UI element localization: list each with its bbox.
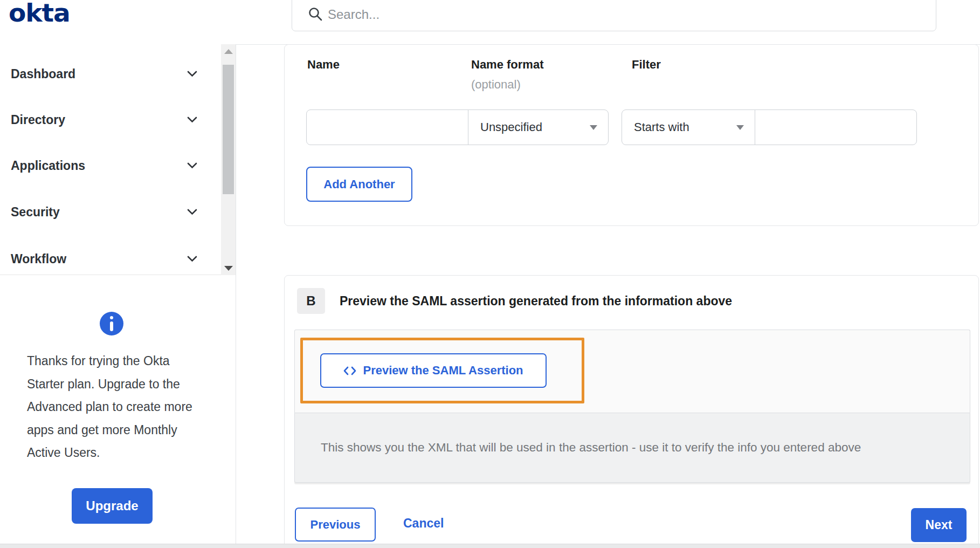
preview-description-area: This shows you the XML that will be used… xyxy=(294,413,970,483)
preview-saml-assertion-button[interactable]: Preview the SAML Assertion xyxy=(320,353,547,388)
sidebar-item-label: Security xyxy=(11,205,60,220)
cancel-link[interactable]: Cancel xyxy=(403,516,444,531)
filter-value-input[interactable] xyxy=(755,110,916,145)
sidebar-item-directory[interactable]: Directory xyxy=(0,107,221,133)
sidebar-item-label: Dashboard xyxy=(11,67,75,81)
sidebar-item-label: Applications xyxy=(11,159,85,173)
sidebar-item-label: Workflow xyxy=(11,252,66,266)
dropdown-caret-icon xyxy=(590,125,597,130)
name-format-value: Unspecified xyxy=(480,120,542,134)
name-format-column-label: Name format xyxy=(471,58,543,72)
global-search[interactable] xyxy=(292,0,936,31)
chevron-down-icon xyxy=(187,209,197,215)
name-format-optional-hint: (optional) xyxy=(471,78,521,92)
upgrade-button[interactable]: Upgrade xyxy=(72,488,153,524)
attribute-name-input[interactable] xyxy=(307,110,468,145)
chevron-down-icon xyxy=(187,162,197,169)
section-b-badge: B xyxy=(297,288,325,314)
name-column-label: Name xyxy=(307,58,340,72)
chevron-down-icon xyxy=(187,256,197,262)
chevron-down-icon xyxy=(187,117,197,123)
okta-admin-page: okta Dashboard Directory Applications Se… xyxy=(0,0,980,548)
filter-value-field[interactable] xyxy=(755,109,917,145)
sidebar-divider xyxy=(236,44,236,544)
filter-type-select[interactable]: Starts with xyxy=(622,109,755,145)
chevron-down-icon xyxy=(187,71,197,77)
preview-description: This shows you the XML that will be used… xyxy=(321,441,861,455)
code-icon xyxy=(343,366,356,375)
okta-logo: okta xyxy=(9,0,70,28)
sidebar-item-label: Directory xyxy=(11,113,65,127)
add-another-button[interactable]: Add Another xyxy=(306,167,412,202)
filter-type-value: Starts with xyxy=(634,120,689,134)
sidebar-scrollbar[interactable] xyxy=(221,44,236,275)
attribute-name-field[interactable] xyxy=(306,109,468,145)
sidebar-item-dashboard[interactable]: Dashboard xyxy=(0,61,221,87)
previous-button[interactable]: Previous xyxy=(295,508,376,542)
info-icon xyxy=(100,312,123,335)
search-icon xyxy=(308,7,322,21)
preview-saml-assertion-label: Preview the SAML Assertion xyxy=(363,364,523,378)
dropdown-caret-icon xyxy=(736,125,744,130)
sidebar-item-security[interactable]: Security xyxy=(0,199,221,225)
bottom-edge-strip xyxy=(0,544,980,548)
filter-column-label: Filter xyxy=(632,58,661,72)
name-format-select[interactable]: Unspecified xyxy=(468,109,609,145)
scrollbar-thumb[interactable] xyxy=(223,65,234,194)
search-input[interactable] xyxy=(328,4,910,25)
sidebar-item-applications[interactable]: Applications xyxy=(0,153,221,179)
next-button[interactable]: Next xyxy=(911,508,967,542)
sidebar-nav: Dashboard Directory Applications Securit… xyxy=(0,44,236,275)
scroll-up-icon[interactable] xyxy=(221,44,236,58)
sidebar-item-workflow[interactable]: Workflow xyxy=(0,246,221,272)
plan-upsell-text: Thanks for trying the Okta Starter plan.… xyxy=(27,350,195,464)
section-b-title: Preview the SAML assertion generated fro… xyxy=(340,294,732,309)
scroll-down-icon[interactable] xyxy=(221,261,236,275)
